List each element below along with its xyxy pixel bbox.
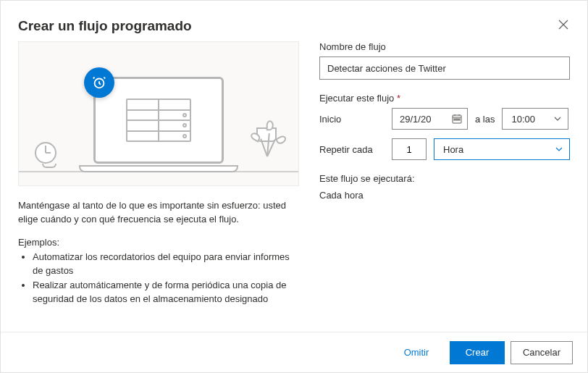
examples-heading: Ejemplos:	[18, 237, 299, 248]
repeat-unit-select[interactable]: Hora	[434, 138, 570, 160]
description-text: Manténgase al tanto de lo que es importa…	[18, 199, 299, 227]
summary-label: Este flujo se ejecutará:	[319, 173, 570, 184]
cancel-button[interactable]: Cancelar	[511, 341, 573, 364]
repeat-count-input[interactable]	[392, 138, 427, 160]
at-label: a las	[475, 114, 495, 125]
dialog-footer: Omitir Crear Cancelar	[1, 332, 587, 372]
clock-icon	[35, 142, 64, 171]
laptop-icon	[86, 77, 231, 185]
start-time-select[interactable]: 10:00	[502, 108, 568, 130]
close-button[interactable]	[557, 18, 570, 31]
required-marker: *	[397, 93, 400, 104]
plant-icon	[251, 127, 282, 171]
start-date-value: 29/1/20	[400, 114, 431, 125]
alarm-clock-icon	[84, 67, 114, 98]
svg-rect-3	[456, 119, 458, 120]
example-item: Realizar automáticamente y de forma peri…	[33, 279, 299, 306]
summary-value: Cada hora	[319, 190, 570, 201]
example-item: Automatizar los recordatorios del equipo…	[33, 251, 299, 278]
run-section-label-text: Ejecutar este flujo	[319, 93, 394, 104]
chevron-down-icon	[553, 114, 562, 123]
svg-rect-4	[458, 119, 460, 120]
svg-rect-2	[454, 119, 455, 120]
chevron-down-icon	[555, 145, 563, 154]
flow-name-input[interactable]	[319, 56, 570, 80]
examples-list: Automatizar los recordatorios del equipo…	[18, 251, 299, 306]
repeat-unit-value: Hora	[443, 144, 463, 155]
start-time-value: 10:00	[511, 114, 535, 125]
dialog-title: Crear un flujo programado	[18, 18, 192, 34]
create-button[interactable]: Crear	[450, 341, 505, 364]
repeat-label: Repetir cada	[319, 144, 385, 155]
illustration	[18, 41, 299, 186]
start-date-picker[interactable]: 29/1/20	[392, 108, 468, 130]
close-icon	[558, 20, 568, 30]
flow-name-label: Nombre de flujo	[319, 41, 570, 52]
start-label: Inicio	[319, 114, 385, 125]
calendar-icon	[451, 113, 463, 125]
skip-button[interactable]: Omitir	[389, 341, 444, 364]
run-section-label: Ejecutar este flujo *	[319, 93, 570, 104]
